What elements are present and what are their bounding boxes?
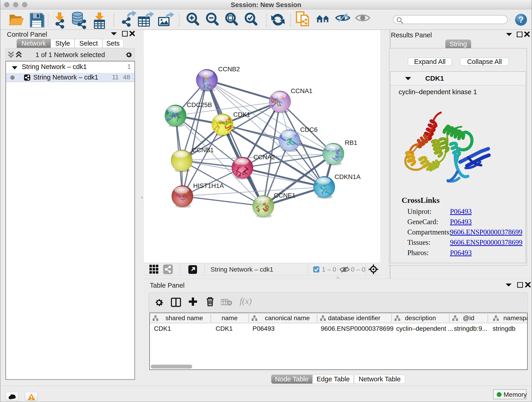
svg-text:CCNE1: CCNE1 <box>274 192 296 199</box>
svg-text:shared name: shared name <box>165 314 203 322</box>
svg-text:CCNA1: CCNA1 <box>291 87 312 95</box>
svg-text:?: ? <box>518 15 524 25</box>
svg-text:CCNB1: CCNB1 <box>192 147 214 153</box>
svg-text:name: name <box>222 314 238 322</box>
svg-text:database identifier: database identifier <box>328 314 380 322</box>
svg-text:CDC6: CDC6 <box>300 126 317 133</box>
svg-text:description: description <box>405 314 436 322</box>
svg-text:namespac: namespac <box>503 314 527 322</box>
svg-text:CDKN1A: CDKN1A <box>335 173 361 180</box>
svg-text:CCNA2: CCNA2 <box>253 153 275 161</box>
svg-text:HIST1H1A: HIST1H1A <box>193 182 224 189</box>
svg-text:canonical name: canonical name <box>265 314 310 322</box>
svg-text:CDK1: CDK1 <box>233 111 250 118</box>
svg-text:@id: @id <box>463 314 474 322</box>
svg-text:RB1: RB1 <box>345 139 357 146</box>
svg-text:CDC25B: CDC25B <box>187 101 212 108</box>
svg-text:CCNB2: CCNB2 <box>218 65 240 73</box>
